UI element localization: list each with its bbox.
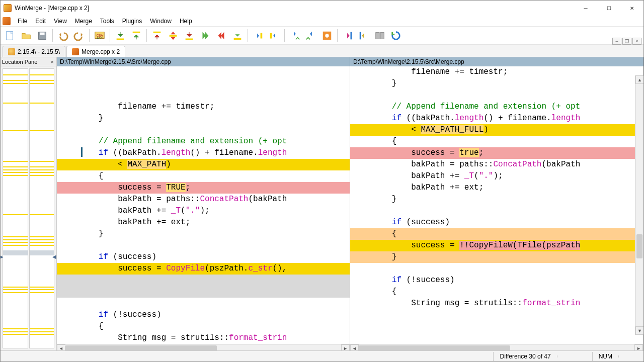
menu-file[interactable]: File (14, 16, 31, 26)
split-button[interactable] (372, 28, 387, 43)
left-file-header[interactable]: D:\Temp\WinMerge\2.15.4\Src\Merge.cpp (57, 57, 350, 66)
code-line[interactable]: bakPath = paths::ConcatPath(bakPath (350, 159, 643, 170)
menu-merge[interactable]: Merge (71, 16, 96, 26)
location-pane-body[interactable]: ▶ ◀ (1, 66, 56, 350)
menu-edit[interactable]: Edit (31, 16, 50, 26)
right-file-header[interactable]: D:\Temp\WinMerge\2.15.5\Src\Merge.cpp (350, 57, 643, 66)
abc-button[interactable]: CBAABC (92, 28, 107, 43)
maximize-button[interactable]: ☐ (597, 1, 620, 16)
copy-left-button[interactable] (267, 28, 282, 43)
right-hscrollbar[interactable]: ◄ ► (350, 344, 643, 350)
diff-up-button[interactable] (129, 28, 144, 43)
wrench-button[interactable] (319, 28, 335, 43)
code-line[interactable]: bakPath += ext; (57, 217, 350, 228)
copy-right-next-button[interactable] (287, 28, 302, 43)
left-code-pane[interactable]: filename += timestr; } // Append filenam… (57, 66, 350, 350)
menu-plugins[interactable]: Plugins (118, 16, 146, 26)
code-line[interactable]: filename += timestr; (57, 101, 350, 113)
code-line[interactable]: < MAX_PATH_FULL) (350, 124, 643, 136)
code-line[interactable] (350, 263, 643, 275)
scroll-right-icon[interactable]: ► (341, 344, 350, 351)
next-diff-button[interactable] (198, 28, 213, 43)
code-line[interactable]: filename += timestr; (350, 66, 643, 78)
code-line[interactable]: String msg = strutils::format_strin (57, 332, 350, 344)
all-left-button[interactable] (356, 28, 371, 43)
open-button[interactable] (19, 28, 34, 43)
mdi-restore[interactable]: ❐ (622, 38, 631, 45)
code-line[interactable]: { (57, 170, 350, 182)
code-line[interactable]: if (success) (350, 217, 643, 228)
location-column-left[interactable] (3, 68, 28, 348)
skip-diff-button[interactable] (230, 28, 245, 43)
minimize-button[interactable]: ─ (574, 1, 597, 16)
svg-rect-9 (170, 35, 177, 37)
code-line[interactable]: // Append filename and extension (+ opt (57, 136, 350, 147)
code-line[interactable]: // Append filename and extension (+ opt (350, 101, 643, 113)
code-line[interactable]: } (57, 228, 350, 240)
code-line[interactable]: if (!success) (57, 309, 350, 321)
code-line[interactable]: success = true; (350, 147, 643, 159)
right-code-pane[interactable]: filename += timestr; } // Append filenam… (350, 66, 643, 350)
scroll-up-icon[interactable]: ▲ (635, 75, 643, 84)
code-line[interactable]: { (350, 136, 643, 147)
refresh-button[interactable] (388, 28, 404, 43)
location-pane-close[interactable]: × (50, 59, 55, 65)
scroll-left-icon[interactable]: ◄ (350, 344, 359, 351)
first-diff-button[interactable] (149, 28, 165, 43)
scroll-right-icon[interactable]: ► (634, 344, 643, 351)
code-line[interactable]: if ((bakPath.length() + filename.length (57, 147, 350, 159)
code-line[interactable]: } (350, 251, 643, 263)
code-line[interactable]: bakPath = paths::ConcatPath(bakPath (57, 194, 350, 205)
mdi-close[interactable]: × (632, 38, 641, 45)
redo-button[interactable] (71, 28, 87, 43)
left-hscrollbar[interactable]: ◄ ► (57, 344, 350, 350)
all-right-button[interactable] (340, 28, 355, 43)
code-line[interactable] (57, 240, 350, 251)
code-line[interactable]: } (57, 113, 350, 124)
copy-left-next-button[interactable] (303, 28, 318, 43)
code-line[interactable] (57, 286, 350, 298)
code-line[interactable]: { (57, 321, 350, 332)
code-line[interactable]: success = CopyFile(pszPath.c_str(), (57, 263, 350, 275)
menu-help[interactable]: Help (176, 16, 196, 26)
prev-diff-button[interactable] (214, 28, 229, 43)
code-line[interactable] (350, 89, 643, 101)
code-line[interactable]: < MAX_PATH) (57, 159, 350, 170)
menu-view[interactable]: View (50, 16, 71, 26)
code-line[interactable]: { (350, 286, 643, 298)
code-line[interactable]: if ((bakPath.length() + filename.length (350, 113, 643, 124)
code-line[interactable] (57, 275, 350, 286)
code-line[interactable]: bakPath += _T("."); (350, 170, 643, 182)
close-button[interactable]: ✕ (620, 1, 643, 16)
tab-1[interactable]: Merge.cpp x 2 (66, 46, 125, 57)
copy-right-button[interactable] (251, 28, 266, 43)
scroll-left-icon[interactable]: ◄ (57, 344, 65, 351)
code-line[interactable]: } (350, 78, 643, 89)
tab-0[interactable]: 2.15.4\ - 2.15.5\ (3, 46, 65, 57)
code-line[interactable]: String msg = strutils::format_strin (350, 298, 643, 309)
code-line[interactable] (350, 205, 643, 217)
location-column-right[interactable] (29, 68, 55, 348)
menu-window[interactable]: Window (146, 16, 176, 26)
menu-tools[interactable]: Tools (96, 16, 118, 26)
scroll-down-icon[interactable]: ▼ (635, 326, 643, 335)
svg-rect-18 (376, 32, 379, 39)
diff-down-button[interactable] (113, 28, 128, 43)
code-line[interactable]: if (!success) (350, 275, 643, 286)
current-diff-button[interactable] (166, 28, 181, 43)
code-line[interactable]: success = TRUE; (57, 182, 350, 194)
code-line[interactable]: } (350, 194, 643, 205)
vscrollbar[interactable]: ▲ ▼ (635, 75, 643, 335)
code-line[interactable]: { (350, 228, 643, 240)
code-line[interactable]: bakPath += _T("."); (57, 205, 350, 217)
mdi-minimize[interactable]: – (612, 38, 621, 45)
code-line[interactable]: bakPath += ext; (350, 182, 643, 194)
new-button[interactable] (3, 28, 18, 43)
code-line[interactable]: success = !!CopyFileW(TFile(pszPath (350, 240, 643, 251)
code-line[interactable] (57, 124, 350, 136)
save-button[interactable] (35, 28, 50, 43)
code-line[interactable]: if (success) (57, 251, 350, 263)
code-line[interactable] (57, 298, 350, 309)
undo-button[interactable] (55, 28, 70, 43)
last-diff-button[interactable] (182, 28, 197, 43)
